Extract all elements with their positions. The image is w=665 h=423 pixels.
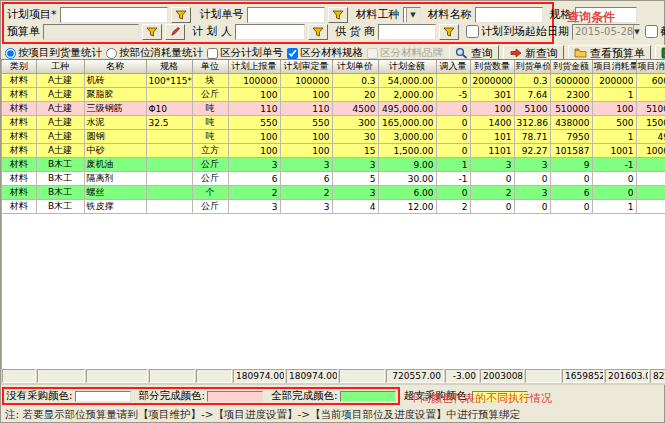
stat-by-arrival-radio[interactable]: 按项目到货量统计: [5, 46, 102, 60]
cell: 3: [332, 186, 378, 200]
column-header[interactable]: 工种: [36, 60, 84, 74]
column-header[interactable]: 项目消耗金额: [636, 60, 665, 74]
cell: 0: [470, 172, 514, 186]
plan-no-lookup-button[interactable]: [328, 7, 348, 23]
material-name-label: 材料名称: [428, 7, 472, 22]
chevron-down-icon[interactable]: ▼: [406, 8, 420, 22]
column-header[interactable]: 到货数量: [470, 60, 514, 74]
excel-icon: [661, 47, 665, 59]
cell: 材料: [2, 158, 36, 172]
column-header[interactable]: 单位: [192, 60, 228, 74]
table-row[interactable]: 材料A土建圆钢吨100100303,000.00010178.717950149…: [2, 130, 665, 144]
distinguish-plan-no-checkbox[interactable]: 区分计划单号: [207, 46, 283, 60]
cell: 15: [332, 144, 378, 158]
summary-cell: 180974.00: [233, 369, 285, 383]
plan-project-input[interactable]: [60, 7, 168, 23]
column-header[interactable]: 计划单价: [332, 60, 378, 74]
material-name-input[interactable]: [475, 7, 543, 23]
table-row[interactable]: 材料A土建聚脂胶公斤100100202,000.00-53017.6423001…: [2, 88, 665, 102]
cell: 3: [332, 158, 378, 172]
cell: 1001: [592, 144, 636, 158]
column-header[interactable]: 计划审定量: [280, 60, 332, 74]
cell: 材料: [2, 130, 36, 144]
column-header[interactable]: 计划上报量: [228, 60, 280, 74]
cell: 6: [550, 186, 592, 200]
cell: 0: [636, 172, 665, 186]
column-header[interactable]: 到货金额: [550, 60, 592, 74]
cell: 块: [192, 74, 228, 88]
planner-lookup-button[interactable]: [308, 24, 328, 40]
column-header[interactable]: 到货单价: [514, 60, 550, 74]
legend-label: 没有采购颜色:: [6, 389, 73, 403]
summary-cell: [149, 369, 195, 383]
cell: 438000: [550, 116, 592, 130]
table-row[interactable]: 材料A土建机砖100*115*53块1000001000000.354,000.…: [2, 74, 665, 88]
summary-cell: 180974.00: [286, 369, 338, 383]
cell: A土建: [36, 102, 84, 116]
cell: 0: [636, 88, 665, 102]
planner-label: 计 划 人: [192, 24, 232, 39]
start-date-checkbox[interactable]: [466, 25, 479, 38]
cell: 2: [228, 186, 280, 200]
end-date-checkbox[interactable]: [645, 25, 658, 38]
column-header[interactable]: 名称: [84, 60, 146, 74]
summary-cell: 201603.00: [605, 369, 649, 383]
supplier-lookup-button[interactable]: [439, 24, 459, 40]
cell: 100: [228, 144, 280, 158]
cell: 100: [280, 144, 332, 158]
cell: 7950: [550, 130, 592, 144]
cell: 6: [280, 172, 332, 186]
material-plan-window: 计划项目* 计划单号 材料工种 ▼ 材料名称 规格 预算单 计 划 人 供 货 …: [0, 0, 665, 423]
material-grid: 类别工种名称规格单位计划上报量计划审定量计划单价计划金额调入量到货数量到货单价到…: [2, 60, 665, 214]
cell: 100000: [228, 74, 280, 88]
summary-cell: 720557.00: [386, 369, 444, 383]
legend-swatch: [207, 391, 263, 402]
stat-by-part-radio[interactable]: 按部位消耗量统计: [106, 46, 203, 60]
color-legend: 没有采购颜色:部分完成颜色:全部完成颜色:超支采购颜色:: [2, 387, 400, 405]
cell: 个: [192, 186, 228, 200]
budget-edit-button[interactable]: [165, 24, 185, 40]
cell: -2: [636, 158, 665, 172]
table-row[interactable]: 材料A土建三级钢筋Φ10吨1101104500495,000.000100510…: [2, 102, 665, 116]
column-header[interactable]: 计划金额: [378, 60, 436, 74]
cell: 101587: [550, 144, 592, 158]
column-header[interactable]: 类别: [2, 60, 36, 74]
cell: 0: [436, 116, 470, 130]
cell: 3: [280, 158, 332, 172]
footer-note: 注: 若要显示部位预算量请到【项目维护】->【项目进度设置】->【当前项目部位及…: [5, 408, 520, 422]
cell: 500: [592, 116, 636, 130]
cell: 495,000.00: [378, 102, 436, 116]
material-type-select[interactable]: ▼: [403, 7, 421, 23]
budget-lookup-button[interactable]: [142, 24, 162, 40]
column-header[interactable]: 项目消耗量: [592, 60, 636, 74]
cell: A土建: [36, 74, 84, 88]
folder-icon: [574, 47, 587, 59]
plan-no-input[interactable]: [247, 7, 325, 23]
distinguish-spec-checkbox[interactable]: 区分材料规格: [287, 46, 363, 60]
chevron-down-icon[interactable]: ▼: [633, 25, 639, 39]
cell: 材料: [2, 102, 36, 116]
column-header[interactable]: 规格: [146, 60, 192, 74]
planner-input[interactable]: [235, 24, 305, 40]
table-row[interactable]: 材料A土建中砂立方100100151,500.000110192.2710158…: [2, 144, 665, 158]
cell: 1,500.00: [378, 144, 436, 158]
cell: 0: [436, 186, 470, 200]
cell: 200000: [592, 74, 636, 88]
pen-icon: [170, 26, 181, 37]
table-row[interactable]: 材料B木工铁皮撑公斤33412.00200010: [2, 200, 665, 214]
column-header[interactable]: 调入量: [436, 60, 470, 74]
supplier-input[interactable]: [378, 24, 436, 40]
plan-project-lookup-button[interactable]: [171, 7, 191, 23]
cell: 54,000.00: [378, 74, 436, 88]
cell: 材料: [2, 200, 36, 214]
cell: 0: [514, 172, 550, 186]
summary-cell: [339, 369, 385, 383]
plan-no-label: 计划单号: [200, 7, 244, 22]
arrow-icon: [509, 47, 522, 59]
table-row[interactable]: 材料B木工废机油公斤3339.001339-1-2: [2, 158, 665, 172]
cell: 0.3: [332, 74, 378, 88]
table-row[interactable]: 材料A土建水泥32.5吨550550300165,000.0001400312.…: [2, 116, 665, 130]
table-row[interactable]: 材料B木工螺丝个2236.00023600: [2, 186, 665, 200]
budget-input[interactable]: [43, 24, 139, 40]
table-row[interactable]: 材料B木工隔离剂公斤66530.00-100000: [2, 172, 665, 186]
